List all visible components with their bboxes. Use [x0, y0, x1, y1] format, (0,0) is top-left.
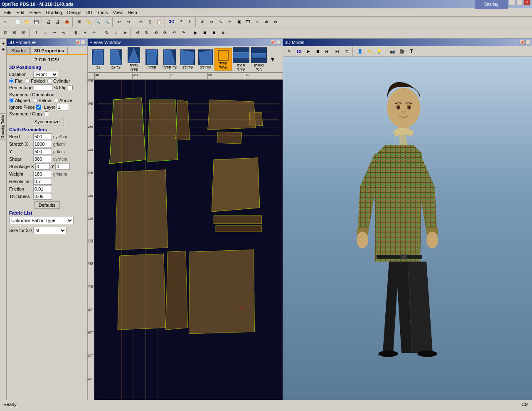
model-tb-forward[interactable]: ⏭ — [323, 47, 332, 56]
tb2-play-btn[interactable]: ▶ — [191, 28, 200, 37]
shrinkage-x-input[interactable] — [35, 163, 50, 170]
model-canvas[interactable] — [283, 57, 532, 400]
above-radio-item[interactable]: Above — [54, 98, 72, 103]
flat-radio[interactable] — [9, 78, 14, 83]
tab-3d-properties[interactable]: 3D Properties — [30, 47, 68, 54]
piece-ibd[interactable]: עיבוד שרוול — [214, 48, 232, 71]
model-tb-camera[interactable]: 📷 — [388, 47, 397, 56]
model-tb-select[interactable]: ↖ — [285, 47, 294, 56]
tb-export-btn[interactable]: 📤 — [62, 17, 71, 27]
tb-mirror-btn[interactable]: ⇔ — [207, 17, 216, 27]
model-tb-text[interactable]: T — [407, 47, 416, 56]
panel-pin-btn[interactable]: 📌 — [75, 40, 80, 45]
tb-copy-btn[interactable]: ⎘ — [145, 17, 155, 27]
toolbox-btn-2[interactable]: ◉ — [0, 46, 6, 52]
panel-close-btn[interactable]: ✕ — [81, 40, 86, 45]
tb2-add-btn[interactable]: + — [81, 28, 90, 37]
flip-checkbox[interactable] — [68, 85, 73, 90]
model-close-btn[interactable]: ✕ — [525, 40, 530, 45]
tb-3d-btn[interactable]: 3D — [167, 17, 176, 27]
tb-zoomin-btn[interactable]: 🔍 — [102, 17, 111, 27]
piece-shrul1[interactable]: שרוול1 — [179, 49, 196, 70]
piece-gb[interactable]: גב — [89, 49, 107, 70]
tb2-text-btn[interactable]: T — [32, 28, 41, 37]
toolbox-btn-1[interactable]: ◈ — [0, 40, 6, 46]
stretch-x-input[interactable] — [33, 141, 52, 147]
menu-help[interactable]: Help — [125, 10, 140, 15]
tb2-more1-btn[interactable]: ∿ — [59, 28, 68, 37]
model-tb-more1[interactable]: ⟲ — [342, 47, 351, 56]
tb2-snap3-btn[interactable]: ⊞ — [19, 28, 28, 37]
model-tb-video[interactable]: 🎥 — [397, 47, 406, 56]
menu-grading[interactable]: Grading — [43, 10, 64, 15]
aligned-radio[interactable] — [9, 98, 14, 103]
cylinder-radio-item[interactable]: Cylinder — [47, 78, 70, 83]
model-pin-btn[interactable]: 📌 — [520, 40, 525, 45]
piece-kidmi[interactable]: קידמי — [143, 49, 160, 70]
tb-undo-btn[interactable]: ↩ — [115, 17, 124, 27]
tb-new-btn[interactable]: 📄 — [13, 17, 22, 27]
tb-help-btn[interactable]: ? — [176, 17, 185, 27]
pieces-scroll-down[interactable]: ▼ — [268, 55, 277, 64]
symmetric-copy-checkbox[interactable] — [44, 111, 49, 116]
tb2-3d1-btn[interactable]: ↺ — [133, 28, 142, 37]
below-radio-item[interactable]: Below — [33, 98, 51, 103]
above-radio[interactable] — [54, 98, 59, 103]
pattern-canvas[interactable] — [94, 80, 283, 400]
defaults-button[interactable]: Defaults — [34, 201, 60, 209]
tb2-stop-btn[interactable]: ⏹ — [200, 28, 209, 37]
tb-more1-btn[interactable]: ⟐ — [253, 17, 262, 27]
model-tb-back[interactable]: ⏮ — [332, 47, 342, 56]
tb-info-btn[interactable]: ℹ — [185, 17, 195, 27]
sharing-input[interactable]: Sharing — [475, 0, 508, 9]
tb-zoom-btn[interactable]: 🔍 — [93, 17, 102, 27]
tb-save-btn[interactable]: 💾 — [32, 17, 41, 27]
tb-open-btn[interactable]: 📂 — [22, 17, 32, 27]
size-3d-select[interactable]: XS S M L XL — [33, 227, 66, 234]
tb2-delete-btn[interactable]: 🗑 — [71, 28, 81, 37]
folded-radio-item[interactable]: Folded — [25, 78, 45, 83]
percentage-input[interactable] — [34, 84, 52, 91]
thickness-input[interactable] — [33, 193, 52, 200]
menu-piece[interactable]: Piece — [27, 10, 44, 15]
menu-view[interactable]: View — [110, 10, 125, 15]
tb-grid-btn[interactable]: ⊞ — [75, 17, 84, 27]
piece-tz-kidmi[interactable]: צד קידמי — [161, 49, 178, 70]
tb2-edit-btn[interactable]: ✏ — [90, 28, 99, 37]
model-tb-measure[interactable]: 📏 — [365, 47, 374, 56]
tb-measure-btn[interactable]: 📏 — [84, 17, 93, 27]
below-radio[interactable] — [33, 98, 38, 103]
tb2-3d4-btn[interactable]: ⟳ — [160, 28, 170, 37]
tb2-3d2-btn[interactable]: ↻ — [142, 28, 151, 37]
weight-input[interactable] — [33, 171, 52, 177]
tb-move-btn[interactable]: ✛ — [225, 17, 234, 27]
menu-tools[interactable]: Tools — [95, 10, 111, 15]
piece-gzira[interactable]: גזירה קידמי — [125, 46, 143, 72]
tb-more3-btn[interactable]: ⊗ — [271, 17, 280, 27]
tb2-3d5-btn[interactable]: ↶ — [170, 28, 179, 37]
model-tb-3d[interactable]: 3D — [294, 47, 303, 56]
tb2-wave-btn[interactable]: 〜 — [50, 28, 59, 37]
piece-tzwaron[interactable]: צווארון רגל — [250, 46, 268, 72]
flat-radio-item[interactable]: Flat — [9, 78, 22, 83]
synchronize-button[interactable]: Synchronize — [30, 118, 64, 125]
shrinkage-y-input[interactable] — [55, 163, 70, 170]
folded-radio[interactable] — [25, 78, 30, 83]
tb-cut-btn[interactable]: ✂ — [136, 17, 145, 27]
tb2-snap2-btn[interactable]: ⊠ — [10, 28, 19, 37]
pieces-close-btn[interactable]: ✕ — [276, 40, 281, 45]
menu-edit[interactable]: Edit — [14, 10, 27, 15]
model-tb-light[interactable]: 💡 — [374, 47, 384, 56]
tb2-more-btn[interactable]: ≡ — [219, 28, 228, 37]
tb2-3d3-btn[interactable]: ⟲ — [151, 28, 160, 37]
tb-scale-btn[interactable]: ⤡ — [216, 17, 225, 27]
bend-input[interactable] — [33, 133, 52, 140]
stretch-y-input[interactable] — [33, 148, 52, 155]
cylinder-radio[interactable] — [47, 78, 52, 83]
tb-print-btn[interactable]: 🖨 — [44, 17, 53, 27]
maximize-btn[interactable]: □ — [516, 0, 523, 5]
tb-redo-btn[interactable]: ↪ — [124, 17, 133, 27]
tb-rotate-btn[interactable]: ⟳ — [198, 17, 207, 27]
close-btn[interactable]: ✕ — [524, 0, 530, 5]
menu-design[interactable]: Design — [64, 10, 84, 15]
